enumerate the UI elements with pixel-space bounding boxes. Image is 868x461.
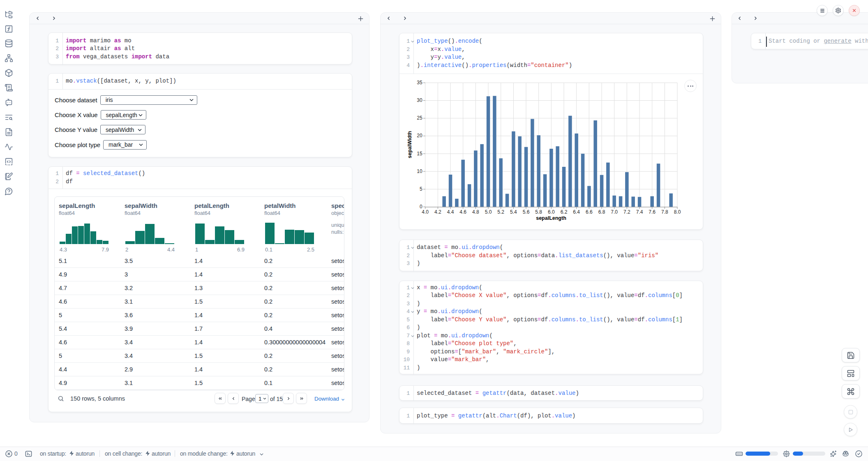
- svg-text:7.8: 7.8: [661, 209, 668, 215]
- svg-text:7.0: 7.0: [611, 209, 618, 215]
- svg-text:6.2: 6.2: [561, 209, 568, 215]
- svg-text:7.4: 7.4: [636, 209, 643, 215]
- svg-text:5.4: 5.4: [510, 209, 517, 215]
- svg-text:10: 10: [417, 168, 422, 174]
- svg-text:5.6: 5.6: [523, 209, 530, 215]
- svg-text:4.2: 4.2: [434, 209, 441, 215]
- svg-text:6.6: 6.6: [586, 209, 593, 215]
- svg-text:8.0: 8.0: [674, 209, 681, 215]
- svg-text:25: 25: [417, 115, 422, 121]
- svg-text:30: 30: [417, 97, 422, 103]
- svg-text:0: 0: [420, 204, 422, 210]
- svg-text:6.0: 6.0: [548, 209, 555, 215]
- svg-text:4.6: 4.6: [459, 209, 466, 215]
- svg-text:5.8: 5.8: [535, 209, 542, 215]
- svg-text:5.2: 5.2: [497, 209, 504, 215]
- svg-text:6.4: 6.4: [573, 209, 580, 215]
- svg-text:7.6: 7.6: [649, 209, 656, 215]
- svg-text:20: 20: [417, 133, 422, 138]
- svg-text:35: 35: [417, 80, 422, 85]
- svg-text:4.4: 4.4: [447, 209, 454, 215]
- svg-text:sepalLength: sepalLength: [536, 215, 566, 221]
- svg-text:5: 5: [420, 186, 422, 192]
- svg-text:sepalWidth: sepalWidth: [407, 131, 413, 159]
- svg-text:15: 15: [417, 151, 422, 157]
- svg-text:4.0: 4.0: [422, 209, 429, 215]
- svg-text:4.8: 4.8: [472, 209, 479, 215]
- svg-text:6.8: 6.8: [598, 209, 605, 215]
- svg-text:5.0: 5.0: [485, 209, 492, 215]
- svg-text:7.2: 7.2: [623, 209, 630, 215]
